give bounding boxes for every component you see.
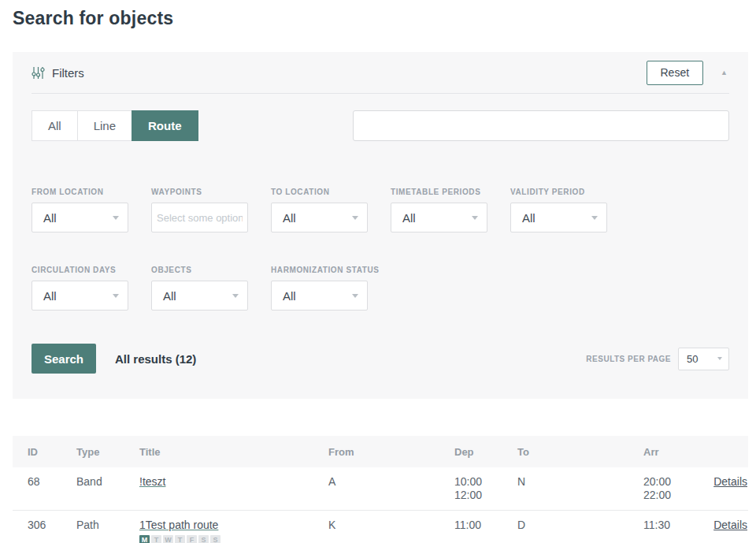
objects-select[interactable]: All bbox=[151, 281, 248, 311]
cell-to: D bbox=[517, 519, 643, 532]
day-badge: S bbox=[210, 535, 220, 543]
day-badge: M bbox=[139, 535, 150, 543]
chevron-down-icon bbox=[352, 216, 358, 220]
tab-all[interactable]: All bbox=[32, 110, 78, 141]
results-table: ID Type Title From Dep To Arr 68 Band !t… bbox=[13, 436, 748, 543]
search-button[interactable]: Search bbox=[32, 344, 96, 374]
cell-arr: 20:00 22:00 bbox=[643, 475, 699, 502]
select-value: All bbox=[163, 289, 176, 303]
field-label: WAYPOINTS bbox=[151, 188, 248, 196]
field-label: FROM LOCATION bbox=[32, 188, 128, 196]
chevron-down-icon bbox=[113, 216, 119, 220]
from-location-select[interactable]: All bbox=[32, 203, 128, 232]
reset-button[interactable]: Reset bbox=[647, 61, 704, 85]
field-timetable-periods: TIMETABLE PERIODS All bbox=[391, 188, 487, 232]
select-value: All bbox=[402, 211, 416, 225]
details-link[interactable]: Details bbox=[713, 519, 747, 531]
day-badge: W bbox=[163, 535, 173, 543]
timetable-periods-select[interactable]: All bbox=[391, 203, 487, 232]
col-id: ID bbox=[28, 446, 76, 458]
cell-title: !teszt bbox=[139, 475, 328, 489]
cell-dep: 10:00 12:00 bbox=[454, 475, 517, 502]
cell-from: K bbox=[328, 519, 454, 532]
col-title: Title bbox=[139, 446, 328, 458]
validity-period-select[interactable]: All bbox=[510, 203, 607, 232]
object-type-tabs: All Line Route bbox=[32, 110, 198, 141]
table-header-row: ID Type Title From Dep To Arr bbox=[13, 436, 748, 467]
field-waypoints: WAYPOINTS bbox=[151, 188, 248, 232]
cell-arr: 11:30 bbox=[643, 519, 699, 532]
col-from: From bbox=[328, 446, 454, 458]
select-value: All bbox=[283, 289, 296, 303]
field-label: TO LOCATION bbox=[271, 188, 368, 196]
field-label: TIMETABLE PERIODS bbox=[391, 188, 487, 196]
results-per-page: RESULTS PER PAGE 50 bbox=[586, 348, 729, 370]
search-text-input[interactable] bbox=[353, 110, 729, 141]
day-badge: F bbox=[187, 535, 197, 543]
chevron-down-icon bbox=[113, 294, 119, 298]
col-type: Type bbox=[76, 446, 139, 458]
table-row: 68 Band !teszt A 10:00 12:00 N 20:00 22:… bbox=[13, 467, 748, 511]
field-circulation-days: CIRCULATION DAYS All bbox=[32, 266, 128, 311]
chevron-down-icon bbox=[352, 294, 358, 298]
select-value: All bbox=[283, 211, 296, 225]
field-from-location: FROM LOCATION All bbox=[32, 188, 128, 232]
waypoints-input[interactable] bbox=[151, 203, 248, 232]
chevron-down-icon bbox=[232, 294, 239, 298]
chevron-down-icon bbox=[472, 216, 478, 220]
cell-details: Details bbox=[699, 475, 748, 489]
day-badge: T bbox=[151, 535, 161, 543]
select-value: All bbox=[43, 289, 57, 303]
table-row: 306 Path 1Test path route M T W T F S S … bbox=[13, 511, 748, 543]
cell-id: 68 bbox=[28, 475, 76, 489]
filters-panel: Filters Reset ▲ All Line Route FROM LOCA… bbox=[13, 52, 748, 399]
cell-to: N bbox=[517, 475, 643, 489]
circulation-days-select[interactable]: All bbox=[32, 281, 128, 311]
chevron-down-icon bbox=[591, 216, 598, 220]
to-location-select[interactable]: All bbox=[271, 203, 368, 232]
tab-line[interactable]: Line bbox=[77, 110, 132, 141]
collapse-panel-icon[interactable]: ▲ bbox=[721, 69, 728, 76]
select-value: All bbox=[43, 211, 57, 225]
cell-from: A bbox=[328, 475, 454, 489]
type-tabs-row: All Line Route bbox=[32, 110, 729, 141]
select-value: 50 bbox=[687, 353, 698, 365]
cell-type: Band bbox=[76, 475, 139, 489]
title-link[interactable]: !teszt bbox=[139, 475, 165, 488]
circulation-days-badges: M T W T F S S bbox=[139, 535, 328, 543]
cell-type: Path bbox=[76, 519, 139, 532]
page: Search for objects Filters Reset ▲ bbox=[0, 8, 756, 543]
field-label: OBJECTS bbox=[151, 266, 248, 274]
field-to-location: TO LOCATION All bbox=[271, 188, 368, 232]
field-validity-period: VALIDITY PERIOD All bbox=[510, 188, 607, 232]
results-per-page-label: RESULTS PER PAGE bbox=[586, 355, 671, 363]
chevron-down-icon bbox=[717, 357, 722, 360]
harmonization-status-select[interactable]: All bbox=[271, 281, 368, 311]
field-label: VALIDITY PERIOD bbox=[510, 188, 607, 196]
day-badge: S bbox=[198, 535, 209, 543]
title-link[interactable]: 1Test path route bbox=[139, 519, 218, 531]
page-title: Search for objects bbox=[13, 8, 756, 29]
select-value: All bbox=[522, 211, 536, 225]
filters-title: Filters bbox=[52, 66, 84, 80]
filters-panel-header: Filters Reset ▲ bbox=[32, 52, 729, 94]
day-badge: T bbox=[175, 535, 185, 543]
filter-actions-row: Search All results (12) RESULTS PER PAGE… bbox=[32, 344, 729, 374]
tab-route[interactable]: Route bbox=[132, 110, 198, 141]
cell-id: 306 bbox=[28, 519, 76, 532]
results-summary: All results (12) bbox=[115, 352, 196, 366]
col-to: To bbox=[517, 446, 643, 458]
col-arr: Arr bbox=[643, 446, 699, 458]
field-harmonization-status: HARMONIZATION STATUS All bbox=[271, 266, 368, 311]
sliders-icon bbox=[32, 66, 45, 80]
details-link[interactable]: Details bbox=[713, 475, 747, 488]
cell-dep: 11:00 bbox=[454, 519, 517, 532]
field-objects: OBJECTS All bbox=[151, 266, 248, 311]
cell-title: 1Test path route M T W T F S S bbox=[139, 519, 328, 543]
results-per-page-select[interactable]: 50 bbox=[678, 348, 729, 370]
field-label: CIRCULATION DAYS bbox=[32, 266, 128, 274]
col-dep: Dep bbox=[454, 446, 517, 458]
cell-details: Details bbox=[699, 519, 748, 532]
filter-fields-row-2: CIRCULATION DAYS All OBJECTS All HARMONI… bbox=[32, 266, 729, 311]
filter-fields-row-1: FROM LOCATION All WAYPOINTS TO LOCATION … bbox=[32, 188, 729, 232]
